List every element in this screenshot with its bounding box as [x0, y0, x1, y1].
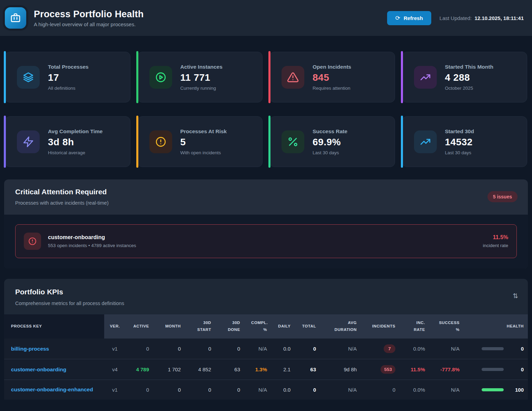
cell-inc-rate: 0.0%	[401, 339, 431, 359]
critical-attention-section: Critical Attention Required Processes wi…	[4, 179, 528, 268]
cell-30d-start: 0	[186, 339, 217, 359]
cell-30d-start: 0	[186, 380, 217, 400]
accent-bar	[401, 116, 403, 168]
cell-success-pct: N/A	[431, 380, 465, 400]
alert-process-name: customer-onboarding	[48, 234, 476, 241]
cell-ver: v4	[104, 359, 126, 380]
col-total[interactable]: Total	[296, 314, 322, 339]
col-success-pct[interactable]: Success %	[431, 314, 465, 339]
incidents-badge: 553	[381, 365, 395, 374]
cell-total: 0	[296, 339, 322, 359]
col-daily[interactable]: Daily	[273, 314, 296, 339]
stat-card-active-instances: Active Instances 11 771 Currently runnin…	[137, 52, 263, 102]
critical-alert-item[interactable]: customer-onboarding 553 open incidents •…	[15, 224, 517, 258]
stat-sub: Last 30 days	[313, 150, 347, 155]
stat-sub: All definitions	[48, 86, 89, 91]
kpi-row-customer-onboarding[interactable]: customer-onboarding v4 4 789 1 702 4 852…	[4, 359, 528, 380]
critical-subtitle: Processes with active incidents (real-ti…	[15, 200, 109, 206]
col-active[interactable]: Active	[126, 314, 155, 339]
accent-bar	[4, 116, 6, 168]
stat-label: Success Rate	[313, 128, 347, 135]
incidents-badge: 7	[384, 344, 395, 353]
page-subtitle: A high-level overview of all major proce…	[34, 21, 144, 27]
health-bar	[482, 347, 504, 350]
stat-value: 17	[48, 72, 89, 83]
stat-sub: Requires attention	[313, 86, 351, 91]
cell-incidents: 553	[362, 359, 401, 380]
refresh-icon: ⟳	[395, 15, 400, 21]
cell-incidents: 0	[362, 380, 401, 400]
cell-compl-pct: N/A	[246, 380, 273, 400]
sort-icon[interactable]: ⇅	[513, 292, 518, 300]
process-key-link[interactable]: customer-onboarding-enhanced	[4, 380, 104, 400]
stat-label: Total Processes	[48, 64, 89, 70]
stat-sub: Currently running	[180, 86, 223, 91]
col-avg-duration[interactable]: Avg Duration	[322, 314, 362, 339]
col-inc-rate[interactable]: Inc. Rate	[401, 314, 431, 339]
stat-label: Started 30d	[445, 128, 474, 135]
stat-sub: October 2025	[445, 86, 493, 91]
stat-sub: With open incidents	[180, 150, 227, 155]
cell-avg-duration: 9d 8h	[322, 359, 362, 380]
lightning-icon	[17, 130, 40, 153]
stat-value: 5	[180, 137, 227, 148]
cell-30d-done: 0	[217, 339, 246, 359]
stat-value: 14532	[445, 137, 474, 148]
cell-30d-done: 63	[217, 359, 246, 380]
cell-avg-duration: N/A	[322, 380, 362, 400]
stat-sub: Last 30 days	[445, 150, 474, 155]
stat-card-open-incidents: Open Incidents 845 Requires attention	[269, 52, 395, 102]
stat-card-total-processes: Total Processes 17 All definitions	[5, 52, 130, 102]
stat-sub: Historical average	[48, 150, 102, 155]
col-month[interactable]: Month	[155, 314, 186, 339]
col-health[interactable]: Health	[465, 314, 528, 339]
process-key-link[interactable]: customer-onboarding	[4, 359, 104, 380]
refresh-button[interactable]: ⟳ Refresh	[387, 11, 431, 25]
stat-value: 3d 8h	[48, 137, 102, 148]
kpi-row-customer-onboarding-enhanced[interactable]: customer-onboarding-enhanced v1 0 0 0 0 …	[4, 380, 528, 400]
kpi-row-billing-process[interactable]: billing-process v1 0 0 0 0 N/A 0.0 0 N/A…	[4, 339, 528, 359]
stat-label: Open Incidents	[313, 64, 351, 70]
stat-card-avg-completion-time: Avg Completion Time 3d 8h Historical ave…	[5, 116, 130, 167]
col-process-key[interactable]: Process Key	[4, 314, 104, 339]
stat-card-processes-at-risk: Processes At Risk 5 With open incidents	[137, 116, 263, 167]
cell-daily: 2.1	[273, 359, 296, 380]
stat-label: Processes At Risk	[180, 128, 227, 135]
critical-title: Critical Attention Required	[15, 188, 109, 196]
col-ver[interactable]: Ver.	[104, 314, 126, 339]
alert-rate-label: incident rate	[483, 243, 508, 248]
col-incidents[interactable]: Incidents	[362, 314, 401, 339]
cell-health: 0	[465, 339, 528, 359]
stat-cards: Total Processes 17 All definitions Activ…	[3, 41, 529, 179]
cell-active: 0	[126, 339, 155, 359]
accent-bar	[4, 51, 6, 103]
cell-30d-start: 4 852	[186, 359, 217, 380]
top-bar: Process Portfolio Health A high-level ov…	[0, 0, 532, 36]
refresh-label: Refresh	[404, 15, 423, 21]
col-30d-done[interactable]: 30d Done	[217, 314, 246, 339]
percent-icon	[282, 130, 304, 153]
cell-active: 0	[126, 380, 155, 400]
cell-total: 63	[296, 359, 322, 380]
cell-compl-pct: 1.3%	[246, 359, 273, 380]
col-30d-start[interactable]: 30d Start	[186, 314, 217, 339]
kpi-table: Process Key Ver. Active Month 30d Start …	[4, 314, 528, 400]
stat-card-started-30d: Started 30d 14532 Last 30 days	[402, 116, 528, 167]
cell-active: 4 789	[126, 359, 155, 380]
issues-badge: 5 issues	[487, 191, 518, 202]
cell-30d-done: 0	[217, 380, 246, 400]
briefcase-icon	[5, 7, 26, 29]
accent-bar	[136, 116, 138, 168]
play-circle-icon	[149, 66, 172, 89]
alert-circle-icon	[24, 233, 41, 250]
accent-bar	[268, 116, 270, 168]
last-updated: Last Updated: 12.10.2025, 18:11:41	[440, 15, 524, 21]
cell-success-pct: N/A	[431, 339, 465, 359]
kpi-header-row: Process Key Ver. Active Month 30d Start …	[4, 314, 528, 339]
cell-incidents: 7	[362, 339, 401, 359]
process-key-link[interactable]: billing-process	[4, 339, 104, 359]
trending-up-icon	[414, 130, 437, 153]
col-compl-pct[interactable]: Compl. %	[246, 314, 273, 339]
alert-incident-rate: 11.5%	[483, 234, 508, 241]
health-value: 100	[515, 387, 524, 393]
